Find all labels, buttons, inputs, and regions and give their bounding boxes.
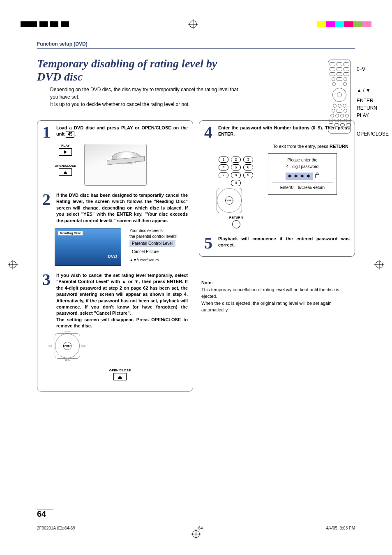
exit-return-bold: RETURN — [330, 144, 348, 149]
exit-suffix: . — [348, 144, 350, 149]
step-number-5: 5 — [204, 236, 215, 251]
remote-label-play: PLAY — [357, 113, 389, 118]
enter-center-label: ENTER — [63, 342, 71, 350]
step-1: 1 Load a DVD disc and press PLAY or OPEN… — [42, 125, 188, 186]
note-block: Note: This temporary cancellation of rat… — [201, 279, 355, 313]
step-4: 4 Enter the password with Number buttons… — [204, 125, 350, 229]
panel-hint: ▲▼/Enter/Return — [129, 258, 178, 263]
left-density-blocks — [21, 21, 69, 27]
num-2: 2 — [231, 157, 241, 163]
remote-label-openclose: OPEN/CLOSE — [357, 129, 389, 139]
num-9: 9 — [243, 172, 253, 178]
parental-warning-panel: Your disc exceeds the parental control l… — [129, 228, 178, 263]
ch-minus-label: CH– — [48, 345, 53, 347]
set-plus-label: SET+ — [64, 330, 70, 333]
footer-right: 4/4/05, 9:03 PM — [326, 526, 355, 530]
page-reference: 45 — [66, 131, 74, 138]
page-title: Temporary disabling of rating level by D… — [37, 57, 242, 83]
step-5: 5 Playback will commence if the entered … — [204, 236, 350, 251]
right-column: 4 Enter the password with Number buttons… — [199, 120, 355, 257]
eject-icon — [63, 171, 67, 173]
pw-line-1: Please enter the — [272, 157, 333, 164]
registration-mark-icon — [189, 21, 197, 28]
page-number: 64 — [37, 509, 53, 519]
footer-center: 64 — [198, 526, 203, 530]
num-1: 1 — [219, 157, 228, 163]
pw-hint: Enter/0 – 9/Clear/Return — [272, 182, 333, 191]
remote-label-arrows: ▲ / ▼ — [357, 85, 389, 96]
step-number-3: 3 — [42, 272, 53, 287]
return-button-illustration: RETURN — [219, 216, 253, 228]
step-number-2: 2 — [42, 192, 53, 207]
footer-left: 2F90201A (E)p64-69 — [37, 526, 75, 530]
step-1-text: Load a DVD disc and press PLAY or OPEN/C… — [56, 125, 188, 138]
number-pad-illustration: 1 2 3 4 5 6 7 — [219, 157, 253, 186]
num-8: 8 — [231, 172, 241, 178]
num-3: 3 — [243, 157, 253, 163]
page-title-text: Temporary disabling of rating level by D… — [37, 57, 217, 83]
color-bars — [317, 21, 371, 27]
play-label: PLAY — [55, 144, 76, 147]
remote-label-return: RETURN — [357, 106, 389, 111]
num-5: 5 — [231, 164, 241, 170]
registration-mark-left-icon — [9, 261, 16, 268]
step-2: 2 If the DVD disc has been designed to t… — [42, 192, 188, 266]
step-1-suffix: . — [74, 131, 76, 136]
disc-loading-illustration — [84, 144, 147, 186]
two-column-layout: 1 Load a DVD disc and press PLAY or OPEN… — [37, 120, 355, 391]
remote-label-nums: 0–9 — [357, 64, 389, 74]
page: Function setup (DVD) Temporary disabling… — [0, 0, 392, 555]
content-area: Function setup (DVD) Temporary disabling… — [37, 41, 355, 526]
heading-block: Temporary disabling of rating level by D… — [37, 57, 355, 108]
remote-diagram: 0–9 ▲ / ▼ ENTER RETURN PLAY OPEN/CLOSE — [328, 60, 351, 134]
ch-plus-label: CH+ — [81, 345, 86, 347]
section-label: Function setup (DVD) — [37, 41, 355, 49]
remote-label-enter: ENTER — [357, 98, 389, 103]
return-circle-icon — [232, 220, 240, 228]
note-label: Note: — [201, 280, 213, 285]
dpad-illustration-2: ENTER — [217, 188, 242, 213]
set-minus-label: SET– — [64, 359, 70, 362]
note-line-2: When the disc is ejected, the original r… — [201, 301, 332, 313]
num-0: 0 — [231, 180, 241, 186]
password-entry-screen: Please enter the 4 - digit password ✱ ✱ … — [268, 153, 337, 195]
reading-disc-screen: Reading Disc DVD — [55, 228, 121, 266]
step-2-text: If the DVD disc has been designed to tem… — [56, 192, 188, 224]
lock-icon — [315, 174, 319, 178]
play-button-illustration: PLAY — [55, 144, 76, 157]
enter-center-label-2: ENTER — [225, 196, 233, 205]
step-number-4: 4 — [204, 125, 215, 140]
panel-line-2: the parental control level#. — [129, 234, 178, 240]
step-5-text: Playback will commence if the entered pa… — [218, 236, 350, 249]
exit-prefix: To exit from the entry, press — [273, 144, 330, 149]
remote-labels-group: 0–9 ▲ / ▼ ENTER RETURN PLAY OPEN/CLOSE — [357, 64, 389, 139]
num-4: 4 — [219, 164, 228, 170]
openclose-button-illustration-2: OPEN/CLOSE — [52, 368, 188, 380]
panel-line-1: Your disc exceeds — [129, 228, 178, 234]
pw-line-2: 4 - digit password — [272, 164, 333, 170]
openclose-label-2: OPEN/CLOSE — [52, 368, 188, 372]
step-1-prefix: Load a DVD disc and press PLAY or OPEN/C… — [56, 125, 188, 136]
reading-disc-label: Reading Disc — [58, 231, 83, 235]
pw-mask: ✱ ✱ ✱ ✱ — [286, 173, 313, 180]
menu-cancel-picture: Cancel Picture — [129, 249, 175, 255]
registration-mark-right-icon — [376, 261, 383, 268]
remote-body-icon — [328, 60, 351, 134]
step-3: 3 If you wish to cancel the set rating l… — [42, 272, 188, 381]
dvd-logo: DVD — [108, 254, 118, 259]
num-6: 6 — [243, 164, 253, 170]
note-line-1: This temporary cancellation of rating le… — [201, 287, 339, 299]
return-label: RETURN — [219, 216, 253, 219]
step-3-text: If you wish to cancel the set rating lev… — [56, 272, 188, 329]
registration-mark-bottom-icon — [192, 530, 200, 538]
step-number-1: 1 — [42, 125, 53, 140]
menu-parental-level: Parental Control Level — [129, 240, 175, 247]
dpad-illustration: ENTER CH– CH+ SET+ SET– — [55, 333, 80, 359]
step-4-exit-hint: To exit from the entry, press RETURN. — [204, 143, 350, 150]
print-registration-bar — [0, 21, 392, 28]
num-7: 7 — [219, 172, 228, 178]
left-column: 1 Load a DVD disc and press PLAY or OPEN… — [37, 120, 193, 391]
page-subtitle: Depending on the DVD disc, the disc may … — [50, 86, 242, 108]
eject-icon-2 — [118, 376, 122, 378]
play-icon — [64, 150, 67, 154]
